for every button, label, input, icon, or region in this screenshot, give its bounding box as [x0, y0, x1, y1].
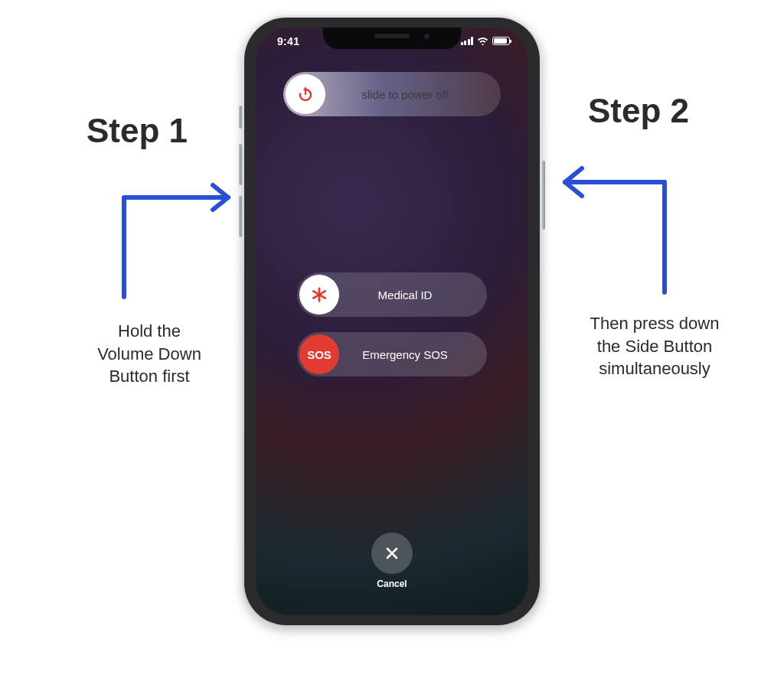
- step1-body: Hold the Volume Down Button first: [69, 320, 230, 388]
- step2-title: Step 2: [588, 92, 689, 130]
- status-time: 9:41: [277, 35, 299, 47]
- sos-icon: SOS: [299, 334, 339, 374]
- step2-body: Then press down the Side Button simultan…: [567, 312, 743, 380]
- step2-arrow: [550, 147, 680, 300]
- medical-id-slider[interactable]: Medical ID: [297, 272, 487, 317]
- wifi-icon: [477, 37, 488, 45]
- emergency-sos-label: Emergency SOS: [341, 348, 487, 361]
- step1-arrow: [115, 167, 245, 305]
- silence-switch: [239, 106, 242, 129]
- power-icon: [286, 74, 325, 114]
- cancel-group: Cancel: [371, 533, 413, 589]
- medical-id-label: Medical ID: [341, 288, 487, 302]
- phone-screen: 9:41 slide to power off: [256, 28, 528, 615]
- cancel-label: Cancel: [371, 579, 413, 589]
- cellular-icon: [461, 37, 474, 45]
- iphone-device: 9:41 slide to power off: [242, 15, 542, 627]
- medical-asterisk-icon: [299, 275, 339, 315]
- power-off-slider[interactable]: slide to power off: [283, 72, 501, 116]
- battery-icon: [492, 37, 510, 45]
- cancel-button[interactable]: [371, 533, 413, 574]
- step1-title: Step 1: [87, 112, 188, 150]
- notch: [323, 28, 461, 49]
- emergency-sos-slider[interactable]: SOS Emergency SOS: [297, 332, 487, 376]
- power-off-label: slide to power off: [328, 88, 501, 101]
- close-icon: [384, 546, 400, 561]
- side-button[interactable]: [542, 161, 545, 230]
